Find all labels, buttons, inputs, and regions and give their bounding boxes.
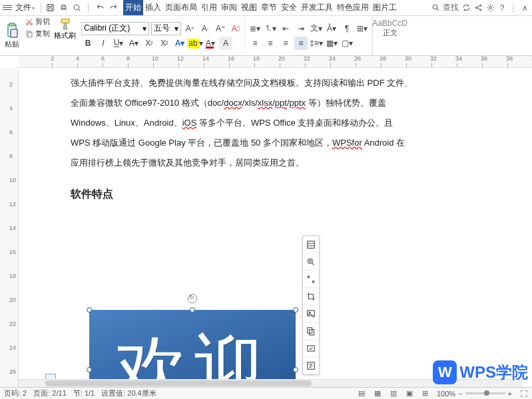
hamburger-icon[interactable] <box>3 5 12 10</box>
settings-icon[interactable] <box>485 3 495 13</box>
paste-button[interactable]: 粘贴 <box>0 16 24 55</box>
align-justify-button[interactable]: ≡ <box>294 37 308 50</box>
text-direction-button[interactable]: 文▾ <box>310 22 323 35</box>
svg-rect-16 <box>61 19 69 23</box>
copy-image-icon[interactable] <box>303 323 319 340</box>
resize-handle[interactable] <box>87 367 92 372</box>
collapse-icon[interactable]: ∧ <box>520 3 529 13</box>
shrink-font-button[interactable]: A- <box>198 22 212 35</box>
copy-button[interactable]: 复制 <box>24 28 51 39</box>
quick-access <box>45 3 118 13</box>
zoom-control[interactable]: 100% −+ <box>437 390 512 398</box>
tab-security[interactable]: 安全 <box>279 0 299 15</box>
change-case-button[interactable]: A⁼ <box>214 22 227 35</box>
resize-handle[interactable] <box>87 307 92 313</box>
clear-format-button[interactable]: A⃠ <box>229 22 242 35</box>
paragraph[interactable]: 强大插件平台支持、免费提供海量在线存储空间及文档模板。支持阅读和输出 PDF 文… <box>71 74 443 92</box>
char-shade-button[interactable]: A <box>219 37 232 50</box>
numbers-button[interactable]: ⒈▾ <box>264 22 277 35</box>
view-mode-icon[interactable]: ▣ <box>405 389 414 398</box>
vertical-ruler[interactable]: 2468101214161820222426 <box>0 68 19 387</box>
svg-rect-1 <box>48 8 51 11</box>
tab-view[interactable]: 视图 <box>239 0 259 15</box>
grow-font-button[interactable]: A+ <box>183 22 196 35</box>
replace-image-icon[interactable] <box>303 305 319 323</box>
resize-handle[interactable] <box>293 367 298 372</box>
zoom-icon[interactable] <box>303 253 319 271</box>
shading-button[interactable]: ▦▾ <box>325 37 338 50</box>
paragraph[interactable]: 全面兼容微软 Office97-2010 格式（doc/docx/xls/xls… <box>71 94 443 112</box>
fullscreen-icon[interactable]: ⛶ <box>519 389 528 398</box>
status-page-number[interactable]: 页码: 2 <box>4 388 27 398</box>
reset-image-icon[interactable] <box>303 340 319 357</box>
tab-insert[interactable]: 插入 <box>143 0 163 15</box>
line-spacing-button[interactable]: ‡≡▾ <box>310 37 323 50</box>
expand-icon[interactable] <box>303 271 319 288</box>
print-icon[interactable] <box>59 3 68 13</box>
align-center-button[interactable]: ≡ <box>264 37 277 50</box>
save-icon[interactable] <box>45 3 55 13</box>
preview-icon[interactable] <box>72 3 81 13</box>
resize-handle[interactable] <box>293 307 298 313</box>
tab-home[interactable]: 开始 <box>123 0 143 15</box>
document-page[interactable]: 强大插件平台支持、免费提供海量在线存储空间及文档模板。支持阅读和输出 PDF 文… <box>44 68 470 231</box>
tab-devtools[interactable]: 开发工具 <box>299 0 335 15</box>
bold-button[interactable]: B <box>81 37 95 50</box>
inserted-image[interactable]: 欢迎 <box>89 310 296 387</box>
underline-button[interactable]: U▾ <box>112 37 125 50</box>
view-mode-icon[interactable]: ▥ <box>389 389 398 398</box>
bullets-button[interactable]: ≣▾ <box>248 22 262 35</box>
subscript-button[interactable]: X2 <box>158 37 171 50</box>
tab-picture[interactable]: 图片工 <box>371 0 399 15</box>
file-menu[interactable]: 文件▾ <box>13 2 37 13</box>
style-gallery[interactable]: AaBbCcD 正文 <box>372 16 407 55</box>
rotate-handle-icon[interactable] <box>188 294 197 303</box>
strike-button[interactable]: A▾ <box>127 37 140 50</box>
border-button[interactable]: ▢▾ <box>340 37 354 50</box>
align-left-button[interactable]: ≡ <box>248 37 262 50</box>
layout-options-icon[interactable] <box>303 236 319 253</box>
tab-special[interactable]: 特色应用 <box>335 0 371 15</box>
format-painter-button[interactable]: 格式刷 <box>51 16 79 55</box>
show-marks-button[interactable]: ¶ <box>340 22 354 35</box>
resize-handle[interactable] <box>190 307 195 313</box>
sort-button[interactable]: Ă▾ <box>325 22 338 35</box>
more-image-icon[interactable] <box>303 357 319 374</box>
superscript-button[interactable]: X2 <box>142 37 156 50</box>
text-effects-button[interactable]: A▾ <box>173 37 186 50</box>
undo-icon[interactable] <box>95 3 105 13</box>
view-mode-icon[interactable]: ▤ <box>357 389 366 398</box>
ribbon-tabs: 开始 插入 页面布局 引用 审阅 视图 章节 安全 开发工具 特色应用 图片工 <box>123 0 399 15</box>
tab-references[interactable]: 引用 <box>199 0 219 15</box>
view-mode-icon[interactable]: ▦ <box>373 389 382 398</box>
paragraph[interactable]: WPS 移动版通过 Google Play 平台，已覆盖地 50 多个国家和地区… <box>71 134 443 152</box>
search-icon[interactable] <box>431 3 440 13</box>
cut-button[interactable]: 剪切 <box>24 16 51 27</box>
heading[interactable]: 软件特点 <box>71 184 443 205</box>
tabstop-button[interactable]: ⊞▾ <box>356 22 369 35</box>
status-page-count[interactable]: 页面: 2/11 <box>33 388 67 398</box>
svg-rect-10 <box>9 23 15 26</box>
paragraph[interactable]: Windows、Linux、Android、iOS 等多个平台。WPS Offi… <box>71 114 443 132</box>
share-icon[interactable] <box>473 3 483 13</box>
sync-icon[interactable] <box>461 3 471 13</box>
horizontal-ruler[interactable]: 2468101214161820222426283032343638404244… <box>19 56 532 68</box>
font-name-select[interactable]: ▾ <box>81 22 149 35</box>
search-label[interactable]: 查找 <box>443 2 459 13</box>
crop-icon[interactable] <box>303 288 319 305</box>
tab-layout[interactable]: 页面布局 <box>163 0 199 15</box>
increase-indent-button[interactable]: ⇥ <box>294 22 308 35</box>
tab-review[interactable]: 审阅 <box>219 0 239 15</box>
highlight-button[interactable]: ab▾ <box>188 37 202 50</box>
font-color-button[interactable]: A▾ <box>204 37 217 50</box>
view-mode-icon[interactable]: ⊞ <box>421 389 430 398</box>
decrease-indent-button[interactable]: ⇤ <box>279 22 292 35</box>
font-size-select[interactable]: ▾ <box>151 22 181 35</box>
paragraph[interactable]: 应用排行榜上领先于微软及其他竞争对手，居同类应用之首。 <box>71 154 443 172</box>
svg-point-6 <box>479 5 481 6</box>
tab-sections[interactable]: 章节 <box>259 0 279 15</box>
italic-button[interactable]: I <box>97 37 110 50</box>
redo-icon[interactable] <box>109 3 118 13</box>
align-right-button[interactable]: ≡ <box>279 37 292 50</box>
help-icon[interactable]: ? <box>497 3 507 13</box>
